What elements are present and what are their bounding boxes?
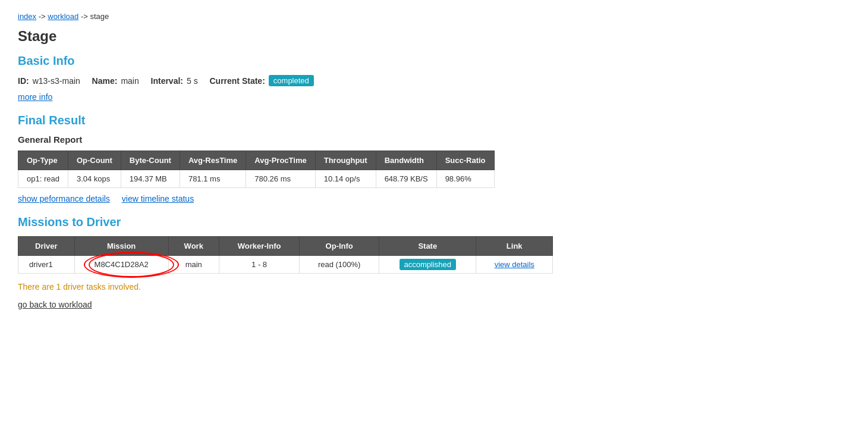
interval-label: Interval: xyxy=(151,76,183,86)
final-result-title: Final Result xyxy=(18,114,850,127)
cell-throughput: 10.14 op/s xyxy=(315,170,376,188)
cell-avg-res-time: 781.1 ms xyxy=(180,170,246,188)
missions-header-row: Driver Mission Work Worker-Info Op-Info … xyxy=(18,237,553,256)
view-details-link[interactable]: view details xyxy=(495,260,534,269)
show-performance-link[interactable]: show peformance details xyxy=(18,194,110,203)
interval-value: 5 s xyxy=(187,76,198,86)
view-timeline-link[interactable]: view timeline status xyxy=(122,194,194,203)
col-work: Work xyxy=(168,237,219,256)
breadcrumb-index-link[interactable]: index xyxy=(18,12,36,21)
state-badge: accomplished xyxy=(400,259,457,270)
cell-succ-ratio: 98.96% xyxy=(436,170,494,188)
col-op-type: Op-Type xyxy=(18,151,68,170)
cell-state: accomplished xyxy=(379,256,476,274)
go-back-link[interactable]: go back to workload xyxy=(18,300,92,309)
cell-op-count: 3.04 kops xyxy=(68,170,121,188)
col-avg-res-time: Avg-ResTime xyxy=(180,151,246,170)
basic-info-title: Basic Info xyxy=(18,54,850,68)
id-label: ID: xyxy=(18,76,29,86)
mission-cell-wrapper: M8C4C1D28A2 xyxy=(95,260,149,269)
name-label: Name: xyxy=(92,76,118,86)
cell-bandwidth: 648.79 KB/S xyxy=(376,170,436,188)
breadcrumb-sep1: -> xyxy=(39,12,48,21)
cell-op-type: op1: read xyxy=(18,170,68,188)
missions-title: Missions to Driver xyxy=(18,215,850,229)
name-value: main xyxy=(121,76,139,86)
basic-info-row: ID: w13-s3-main Name: main Interval: 5 s… xyxy=(18,75,850,86)
table-row: driver1 M8C4C1D28A2 main 1 - 8 read (100… xyxy=(18,256,553,274)
current-state-badge: completed xyxy=(269,75,314,86)
col-driver: Driver xyxy=(18,237,75,256)
performance-links: show peformance details view timeline st… xyxy=(18,194,850,203)
col-bandwidth: Bandwidth xyxy=(376,151,436,170)
col-byte-count: Byte-Count xyxy=(121,151,180,170)
col-op-info: Op-Info xyxy=(300,237,379,256)
breadcrumb-current: stage xyxy=(90,12,109,21)
col-succ-ratio: Succ-Ratio xyxy=(436,151,494,170)
breadcrumb: index -> workload -> stage xyxy=(18,12,850,21)
more-info-link[interactable]: more info xyxy=(18,92,850,102)
driver-tasks-note: There are 1 driver tasks involved. xyxy=(18,282,850,292)
cell-avg-proc-time: 780.26 ms xyxy=(246,170,315,188)
cell-link: view details xyxy=(476,256,553,274)
col-throughput: Throughput xyxy=(315,151,376,170)
breadcrumb-workload-link[interactable]: workload xyxy=(48,12,78,21)
mission-value: M8C4C1D28A2 xyxy=(95,260,149,269)
col-state: State xyxy=(379,237,476,256)
cell-work: main xyxy=(168,256,219,274)
cell-op-info: read (100%) xyxy=(300,256,379,274)
col-mission: Mission xyxy=(74,237,168,256)
table-row: op1: read 3.04 kops 194.37 MB 781.1 ms 7… xyxy=(18,170,495,188)
col-op-count: Op-Count xyxy=(68,151,121,170)
missions-section: Missions to Driver Driver Mission Work W… xyxy=(18,215,850,274)
breadcrumb-sep2: -> xyxy=(81,12,90,21)
cell-worker-info: 1 - 8 xyxy=(219,256,299,274)
missions-table: Driver Mission Work Worker-Info Op-Info … xyxy=(18,236,553,274)
col-avg-proc-time: Avg-ProcTime xyxy=(246,151,315,170)
cell-byte-count: 194.37 MB xyxy=(121,170,180,188)
general-report-header-row: Op-Type Op-Count Byte-Count Avg-ResTime … xyxy=(18,151,495,170)
current-state-label: Current State: xyxy=(209,76,265,86)
col-link: Link xyxy=(476,237,553,256)
general-report-table: Op-Type Op-Count Byte-Count Avg-ResTime … xyxy=(18,151,495,188)
page-title: Stage xyxy=(18,28,850,45)
general-report-label: General Report xyxy=(18,134,850,145)
col-worker-info: Worker-Info xyxy=(219,237,299,256)
cell-mission: M8C4C1D28A2 xyxy=(74,256,168,274)
cell-driver: driver1 xyxy=(18,256,75,274)
id-value: w13-s3-main xyxy=(33,76,80,86)
